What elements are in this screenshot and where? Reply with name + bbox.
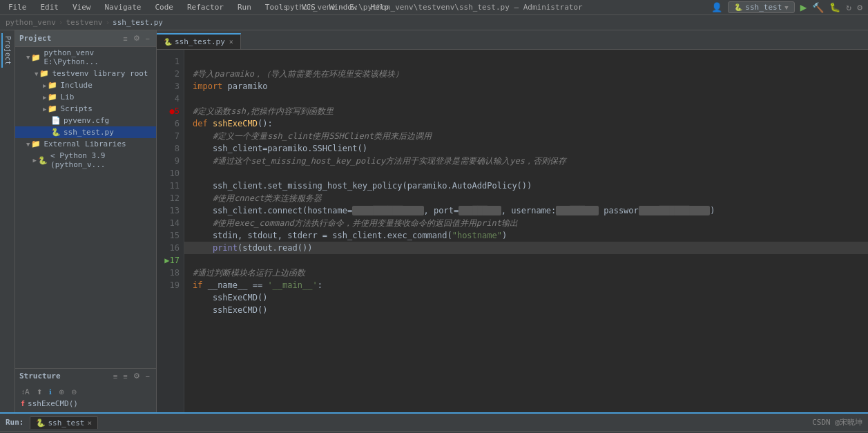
method-icon: f <box>21 400 25 407</box>
run-tab-label: ssh_test <box>48 418 85 427</box>
editor-tabs: 🐍 ssh_test.py × <box>157 30 868 50</box>
code-editor[interactable]: 1 2 3 4 ●5 6 7 8 9 10 11 12 13 14 15 16 … <box>157 50 868 412</box>
menu-run[interactable]: Run <box>235 3 254 12</box>
run-label: Run: <box>6 418 24 427</box>
project-sidebar: Project ≡ ⚙ − ▼ 📁 python_venv E:\Python.… <box>15 30 157 412</box>
tab-ssh-test[interactable]: 🐍 ssh_test.py × <box>157 33 241 49</box>
run-config-icon: 🐍 <box>734 3 742 11</box>
menu-refactor[interactable]: Refactor <box>184 3 226 12</box>
tree-item-include[interactable]: ▶ 📁 Include <box>15 79 156 91</box>
structure-sort-btn[interactable]: ≡ <box>111 371 119 381</box>
run-config-selector[interactable]: 🐍 ssh_test ▼ <box>728 1 794 13</box>
breadcrumb-part-2[interactable]: ssh_test.py <box>113 18 163 27</box>
tab-icon: 🐍 <box>164 38 172 46</box>
menu-navigate[interactable]: Navigate <box>102 3 144 12</box>
tree-item-python-venv[interactable]: ▼ 📁 python_venv E:\Python... <box>15 47 156 68</box>
account-icon[interactable]: 👤 <box>711 2 722 12</box>
run-tabs-bar: Run: 🐍 ssh_test × <box>0 414 868 432</box>
structure-title: Structure <box>19 372 61 381</box>
settings-icon[interactable]: ⚙ <box>857 2 862 12</box>
sidebar-header: Project ≡ ⚙ − <box>15 30 156 47</box>
line-numbers: 1 2 3 4 ●5 6 7 8 9 10 11 12 13 14 15 16 … <box>157 50 184 412</box>
structure-panel: Structure ≡ ≡ ⚙ − ↕A ⬆ ℹ ⊕ ⊖ f <box>15 368 156 412</box>
breadcrumb: python_venv › testvenv › ssh_test.py <box>0 15 868 30</box>
tree-item-label: python_venv E:\Python... <box>44 48 153 66</box>
editor-area: 🐍 ssh_test.py × 1 2 3 4 ●5 6 7 8 9 10 11… <box>157 30 868 412</box>
tab-close-btn[interactable]: × <box>229 38 233 46</box>
sidebar-title: Project <box>19 34 51 43</box>
build-button[interactable]: 🔨 <box>812 2 824 13</box>
tree-item-ssh-test[interactable]: 🐍 ssh_test.py <box>15 126 156 138</box>
structure-filter-btn[interactable]: ≡ <box>121 371 129 381</box>
structure-inherited-btn[interactable]: ⬆ <box>35 387 44 396</box>
menu-file[interactable]: File <box>6 3 30 12</box>
menu-view[interactable]: View <box>70 3 94 12</box>
breadcrumb-part-1[interactable]: testvenv <box>66 18 102 27</box>
dropdown-icon: ▼ <box>784 4 788 11</box>
tab-label: ssh_test.py <box>175 37 225 46</box>
run-tab-ssh-test[interactable]: 🐍 ssh_test × <box>30 416 99 429</box>
project-icon[interactable]: Project <box>1 33 13 68</box>
breadcrumb-sep-1: › <box>105 18 110 27</box>
tree-item-external-libs[interactable]: ▼ 📁 External Libraries <box>15 138 156 150</box>
tree-item-label: < Python 3.9 (python_v... <box>50 151 153 169</box>
run-tab-close[interactable]: × <box>87 418 92 427</box>
tree-item-label: Lib <box>60 93 74 102</box>
structure-sort-alpha-btn[interactable]: ↕A <box>19 387 32 396</box>
sidebar-minimize-btn[interactable]: − <box>144 33 152 44</box>
structure-header: Structure ≡ ≡ ⚙ − <box>15 369 156 383</box>
menu-edit[interactable]: Edit <box>38 3 62 12</box>
run-config-label: ssh_test <box>745 3 782 12</box>
structure-collapse-btn[interactable]: ⊖ <box>69 387 79 396</box>
run-tab-python-icon: 🐍 <box>36 418 46 427</box>
structure-minimize-btn[interactable]: − <box>144 371 152 381</box>
breadcrumb-part-0[interactable]: python_venv <box>6 18 56 27</box>
tree-item-label: Include <box>60 81 92 90</box>
sidebar-toolbar: ≡ ⚙ − <box>121 33 152 44</box>
main-area: Project Project ≡ ⚙ − ▼ 📁 python_venv E:… <box>0 30 868 412</box>
tree-item-testvenv[interactable]: ▼ 📁 testvenv library root <box>15 68 156 79</box>
file-tree: ▼ 📁 python_venv E:\Python... ▼ 📁 testven… <box>15 47 156 368</box>
left-panel-icons: Project <box>0 30 15 412</box>
tree-item-lib[interactable]: ▶ 📁 Lib <box>15 91 156 103</box>
sidebar-settings-btn[interactable]: ⚙ <box>131 33 142 44</box>
code-content[interactable]: #导入paramiko，（导入前需要先在环境里安装该模块） import par… <box>184 50 868 412</box>
structure-method-label: sshExeCMD() <box>28 399 78 408</box>
run-button[interactable]: ▶ <box>800 1 807 14</box>
debug-button[interactable]: 🐛 <box>829 2 840 12</box>
tree-item-label: testvenv library root <box>52 69 148 78</box>
structure-gear-btn[interactable]: ⚙ <box>131 371 142 381</box>
tree-item-scripts[interactable]: ▶ 📁 Scripts <box>15 103 156 115</box>
structure-expand-btn[interactable]: ⊕ <box>57 387 66 396</box>
tree-item-label: ssh_test.py <box>64 128 114 137</box>
breadcrumb-sep-0: › <box>59 18 64 27</box>
tree-item-pyvenv[interactable]: 📄 pyvenv.cfg <box>15 115 156 126</box>
menu-code[interactable]: Code <box>152 3 176 12</box>
run-panel: Run: 🐍 ssh_test × ▶ ↻ ■ ↑ ↓ ☰ ⚙ E:\pytho… <box>0 412 868 433</box>
tree-item-python39[interactable]: ▶ 🐍 < Python 3.9 (python_v... <box>15 150 156 171</box>
structure-toolbar: ≡ ≡ ⚙ − <box>111 371 152 381</box>
tree-item-label: External Libraries <box>44 139 126 148</box>
structure-method-sshexecmd[interactable]: f sshExeCMD() <box>15 398 156 410</box>
window-title: python_venv – E:\python_venv\testvenv\ss… <box>285 3 582 12</box>
tree-item-label: pyvenv.cfg <box>64 116 109 125</box>
watermark: CSDN @宋晓坤 <box>812 417 862 427</box>
tree-item-label: Scripts <box>60 104 92 113</box>
structure-info-btn[interactable]: ℹ <box>47 387 54 396</box>
title-bar: File Edit View Navigate Code Refactor Ru… <box>0 0 868 15</box>
toolbar-right: 👤 🐍 ssh_test ▼ ▶ 🔨 🐛 ↻ ⚙ <box>711 1 862 14</box>
structure-content: ↕A ⬆ ℹ ⊕ ⊖ f sshExeCMD() <box>15 383 156 412</box>
sidebar-collapse-btn[interactable]: ≡ <box>121 33 129 44</box>
update-icon[interactable]: ↻ <box>846 2 851 12</box>
